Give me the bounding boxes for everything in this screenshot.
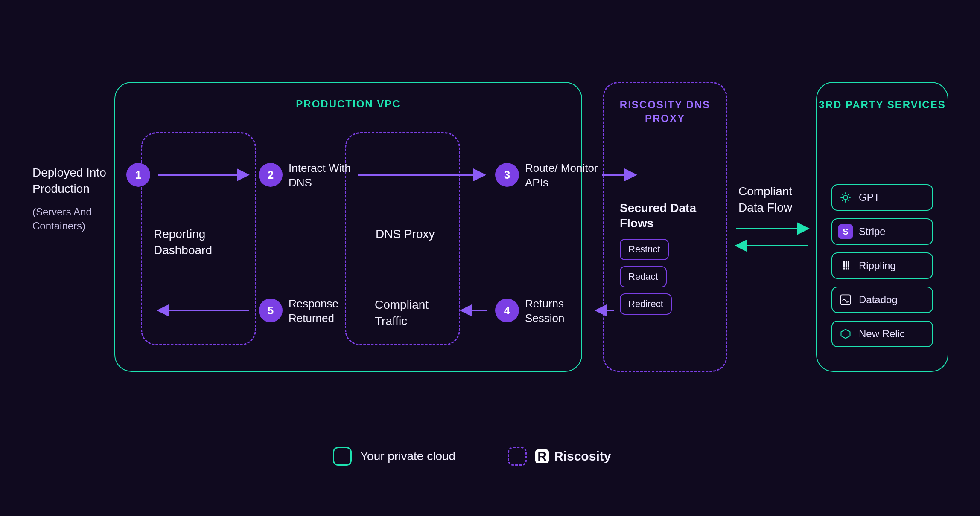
secured-flows-title: Secured Data Flows (620, 200, 714, 232)
step-2-label: Interact With DNS (289, 161, 357, 190)
legend-private-cloud-label: Your private cloud (360, 449, 455, 463)
riscosity-title: RISCOSITY DNS PROXY (603, 98, 727, 126)
service-rippling: ⵑⵑⵑ Rippling (831, 252, 933, 279)
svg-point-0 (843, 195, 847, 199)
service-newrelic-label: New Relic (859, 328, 905, 340)
compliant-flow-label: Compliant Data Flow (738, 183, 815, 216)
service-rippling-label: Rippling (859, 260, 896, 272)
legend-riscosity: R Riscosity (508, 447, 611, 466)
production-vpc-title: PRODUCTION VPC (114, 98, 582, 110)
secured-actions: Restrict Redact Redirect (620, 239, 705, 321)
newrelic-icon (838, 327, 853, 341)
service-gpt: GPT (831, 184, 933, 211)
step-4-circle: 4 (495, 299, 519, 322)
service-gpt-label: GPT (859, 191, 880, 203)
action-restrict: Restrict (620, 239, 669, 260)
step-4-label: Returns Session (525, 297, 598, 326)
datadog-icon (838, 293, 853, 307)
step-2-circle: 2 (259, 163, 283, 187)
riscosity-brand-label: Riscosity (554, 449, 611, 464)
service-newrelic: New Relic (831, 321, 933, 347)
stripe-icon: S (838, 224, 853, 239)
service-stripe: S Stripe (831, 218, 933, 245)
riscosity-brand: R Riscosity (535, 449, 611, 464)
legend-dashed-swatch (508, 447, 527, 466)
service-datadog: Datadog (831, 287, 933, 313)
rippling-icon: ⵑⵑⵑ (838, 258, 853, 273)
step-3-label: Route/ Monitor APIs (525, 161, 606, 190)
service-datadog-label: Datadog (859, 294, 898, 306)
compliant-traffic-label: Compliant Traffic (375, 297, 456, 329)
step-1-circle: 1 (126, 163, 150, 187)
svg-marker-2 (841, 330, 850, 339)
diagram-canvas: Deployed Into Production (Servers And Co… (0, 0, 980, 516)
action-redact: Redact (620, 266, 667, 287)
gpt-icon (838, 190, 853, 205)
riscosity-logo-icon: R (535, 449, 549, 463)
step-5-circle: 5 (259, 299, 283, 322)
step-3-circle: 3 (495, 163, 519, 187)
third-party-title: 3RD PARTY SERVICES (816, 98, 948, 112)
legend-solid-swatch (333, 447, 352, 466)
legend-private-cloud: Your private cloud (333, 447, 455, 466)
action-redirect: Redirect (620, 293, 672, 315)
dns-proxy-label: DNS Proxy (376, 226, 444, 242)
svg-rect-1 (840, 295, 850, 304)
services-list: GPT S Stripe ⵑⵑⵑ Rippling Datadog New Re… (831, 184, 933, 355)
step-5-label: Response Returned (289, 297, 365, 326)
reporting-dashboard-label: Reporting Dashboard (154, 226, 243, 258)
service-stripe-label: Stripe (859, 226, 886, 238)
